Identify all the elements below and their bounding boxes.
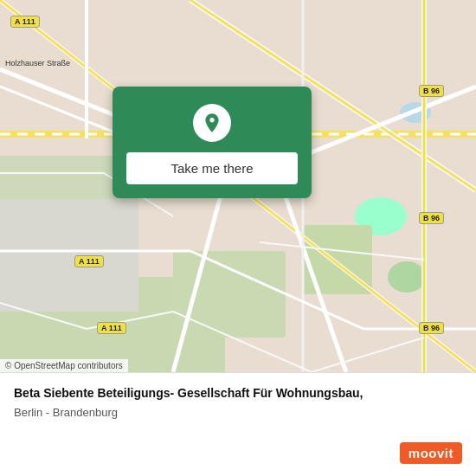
svg-rect-6 (173, 251, 286, 338)
road-badge-a111-bot1: A 111 (74, 255, 104, 267)
info-panel: Beta Siebente Beteiligungs- Gesellschaft… (0, 372, 476, 476)
road-badge-a111-bot2: A 111 (97, 322, 126, 334)
svg-point-4 (388, 261, 426, 293)
road-badge-a111-top: A 111 (10, 16, 40, 28)
poi-icon-wrapper (193, 104, 231, 142)
location-pin-icon (201, 112, 223, 134)
road-badge-b96-right3: B 96 (419, 322, 444, 334)
location-name: Beta Siebente Beteiligungs- Gesellschaft… (14, 385, 462, 402)
map-attribution: © OpenStreetMap contributors (0, 359, 128, 372)
road-badge-b96-right2: B 96 (419, 212, 444, 224)
road-badge-b96-right1: B 96 (419, 85, 444, 97)
map-container: A 111 B 96 A 111 A 111 A 111 B 96 B 96 H… (0, 0, 476, 372)
moovit-logo-text: moovit (400, 442, 462, 464)
location-region: Berlin - Brandenburg (14, 406, 462, 419)
holzhauser-strasse-label: Holzhauser Straße (5, 59, 70, 68)
moovit-logo: moovit (400, 442, 462, 464)
take-me-there-button[interactable]: Take me there (126, 152, 298, 184)
poi-card: Take me there (113, 87, 312, 198)
svg-rect-7 (0, 199, 138, 312)
